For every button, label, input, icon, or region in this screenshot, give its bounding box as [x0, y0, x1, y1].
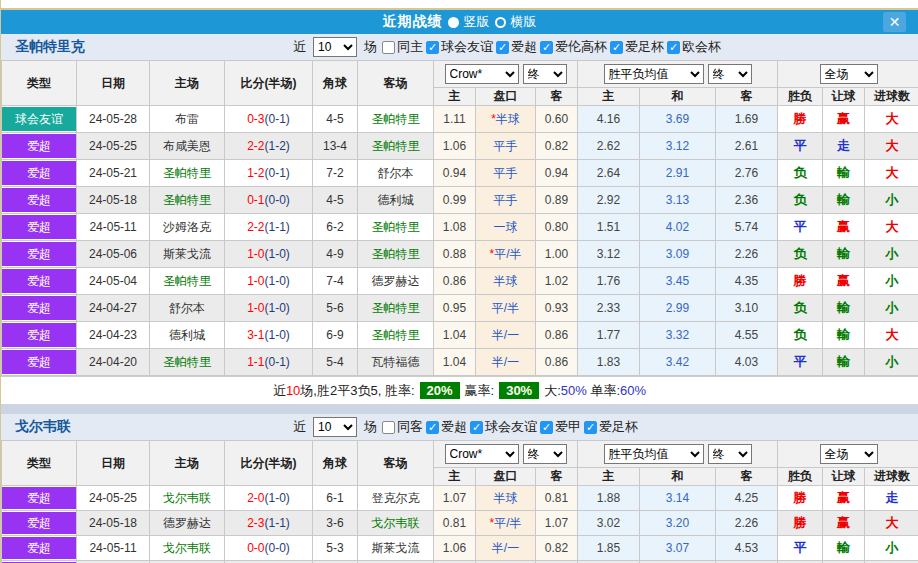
corners-cell: 3-6: [313, 511, 358, 536]
league-filter[interactable]: ✓爱足杯: [610, 38, 664, 56]
scope-select[interactable]: 全场: [820, 444, 878, 464]
avg-time-select[interactable]: 终: [708, 444, 752, 464]
avg-home-cell: 1.76: [578, 268, 640, 295]
away-team-cell: 圣帕特里: [358, 295, 434, 322]
league-filter[interactable]: ✓爱超: [426, 418, 467, 436]
wdl-result-cell: 负: [778, 295, 823, 322]
odds-home-cell: 0.94: [434, 160, 476, 187]
same-venue-checkbox[interactable]: [382, 421, 395, 434]
league-checkbox[interactable]: ✓: [426, 41, 439, 54]
vertical-layout-label[interactable]: 竖版: [464, 13, 490, 31]
date-cell: 24-05-18: [77, 511, 150, 536]
same-venue-checkbox[interactable]: [382, 41, 395, 54]
sub-header-odds-0: 主: [434, 88, 476, 106]
league-checkbox[interactable]: ✓: [426, 421, 439, 434]
horizontal-layout-label[interactable]: 横版: [511, 13, 537, 31]
fulltime-score: 2-2: [247, 139, 264, 153]
halftime-score: (1-1): [265, 220, 290, 234]
handicap-cell: 平手: [476, 160, 536, 187]
scope-select[interactable]: 全场: [820, 64, 878, 84]
league-filter[interactable]: ✓爱超: [496, 38, 537, 56]
odds-home-cell: 1.06: [434, 536, 476, 561]
avg-away-cell: 2.26: [716, 241, 778, 268]
odds-home-cell: 0.99: [434, 187, 476, 214]
odds-company-select[interactable]: Crow*: [445, 64, 519, 84]
avg-away-cell: 2.61: [716, 133, 778, 160]
league-checkbox[interactable]: ✓: [470, 421, 483, 434]
filter-group: 近10场同主✓球会友谊✓爱超✓爱伦高杯✓爱足杯✓欧会杯: [291, 37, 721, 57]
table-row: 爱超24-04-27舒尔本1-0(1-0)5-6圣帕特里0.95平/半0.932…: [2, 295, 918, 322]
league-checkbox[interactable]: ✓: [584, 421, 597, 434]
table-row: 爱超24-05-18德罗赫达2-3(1-1)3-6戈尔韦联0.81*平/半1.0…: [2, 511, 918, 536]
score-cell: 3-1(1-0): [225, 322, 313, 349]
league-checkbox[interactable]: ✓: [667, 41, 680, 54]
col-header-home: 主场: [150, 61, 225, 106]
league-checkbox[interactable]: ✓: [496, 41, 509, 54]
wdl-result-cell: 勝: [778, 486, 823, 511]
close-button[interactable]: ✕: [883, 12, 906, 32]
league-checkbox[interactable]: ✓: [540, 421, 553, 434]
horizontal-layout-radio[interactable]: [495, 17, 506, 28]
col-header-home: 主场: [150, 441, 225, 486]
cover-rate-badge: 30%: [499, 382, 539, 399]
league-filter[interactable]: ✓爱足杯: [584, 418, 638, 436]
league-checkbox[interactable]: ✓: [540, 41, 553, 54]
halftime-score: (0-0): [265, 193, 290, 207]
odds-home-cell: 0.88: [434, 241, 476, 268]
table-row: 爱超24-05-25布咸美恩2-2(1-2)13-4圣帕特里1.06平手0.82…: [2, 133, 918, 160]
odds-home-cell: 1.08: [434, 214, 476, 241]
vertical-layout-radio[interactable]: [448, 17, 459, 28]
matches-count-select[interactable]: 10: [313, 417, 357, 437]
table-row: 爱超24-05-11沙姆洛克2-2(1-1)6-2圣帕特里1.08一球0.801…: [2, 214, 918, 241]
handicap-result-cell: 輸: [823, 349, 865, 376]
summary-row: 近10场,胜2平3负5, 胜率:20%赢率:30%大:50% 单率:60%: [1, 376, 918, 404]
avg-type-select[interactable]: 胜平负均值: [604, 64, 704, 84]
avg-away-cell: 4.25: [716, 486, 778, 511]
odds-time-select[interactable]: 终: [523, 444, 567, 464]
avg-home-cell: 2.33: [578, 295, 640, 322]
handicap-text: 平/半: [494, 247, 521, 261]
avg-draw-cell: 3.12: [640, 133, 716, 160]
league-filter[interactable]: ✓球会友谊: [470, 418, 537, 436]
handicap-cell: 平手: [476, 187, 536, 214]
odds-company-select[interactable]: Crow*: [445, 444, 519, 464]
near-label: 近: [293, 418, 306, 436]
score-cell: 1-0(1-0): [225, 295, 313, 322]
team-name: 戈尔韦联: [1, 418, 291, 436]
avg-away-cell: 2.26: [716, 511, 778, 536]
table-row: 爱超24-05-06斯莱戈流1-0(1-0)4-9圣帕特里0.88*平/半1.0…: [2, 241, 918, 268]
match-type-cell: 爱超: [2, 187, 77, 214]
league-filter[interactable]: ✓球会友谊: [426, 38, 493, 56]
score-cell: 0-0(0-0): [225, 536, 313, 561]
halftime-score: (1-0): [265, 247, 290, 261]
summary-record: 场,胜2平3负5, 胜率:: [300, 382, 414, 400]
avg-type-select[interactable]: 胜平负均值: [604, 444, 704, 464]
avg-group-header: 胜平负均值终: [578, 441, 778, 468]
avg-draw-cell: 3.45: [640, 268, 716, 295]
match-type-badge: 爱超: [2, 161, 76, 185]
date-cell: 24-05-18: [77, 187, 150, 214]
score-cell: 1-2(0-1): [225, 160, 313, 187]
odds-time-select[interactable]: 终: [523, 64, 567, 84]
avg-home-cell: 1.85: [578, 536, 640, 561]
goals-result-cell: 小: [865, 187, 918, 214]
goals-result-cell: 大: [865, 322, 918, 349]
league-checkbox[interactable]: ✓: [610, 41, 623, 54]
col-header-corners: 角球: [313, 441, 358, 486]
home-team-cell: 舒尔本: [150, 295, 225, 322]
fulltime-score: 1-0: [247, 274, 264, 288]
halftime-score: (1-2): [265, 139, 290, 153]
matches-count-select[interactable]: 10: [313, 37, 357, 57]
league-label: 欧会杯: [682, 38, 721, 56]
league-filter[interactable]: ✓欧会杯: [667, 38, 721, 56]
win-rate-badge: 20%: [420, 382, 460, 399]
same-venue-toggle[interactable]: 同客: [382, 418, 423, 436]
handicap-cell: 平/半: [476, 295, 536, 322]
same-venue-toggle[interactable]: 同主: [382, 38, 423, 56]
table-row: 球会友谊24-05-28布雷0-3(0-1)4-5圣帕特里1.11*半球0.60…: [2, 106, 918, 133]
league-filter[interactable]: ✓爱甲: [540, 418, 581, 436]
league-filter[interactable]: ✓爱伦高杯: [540, 38, 607, 56]
score-cell: 2-0(1-0): [225, 486, 313, 511]
match-type-cell: 爱超: [2, 133, 77, 160]
avg-time-select[interactable]: 终: [708, 64, 752, 84]
